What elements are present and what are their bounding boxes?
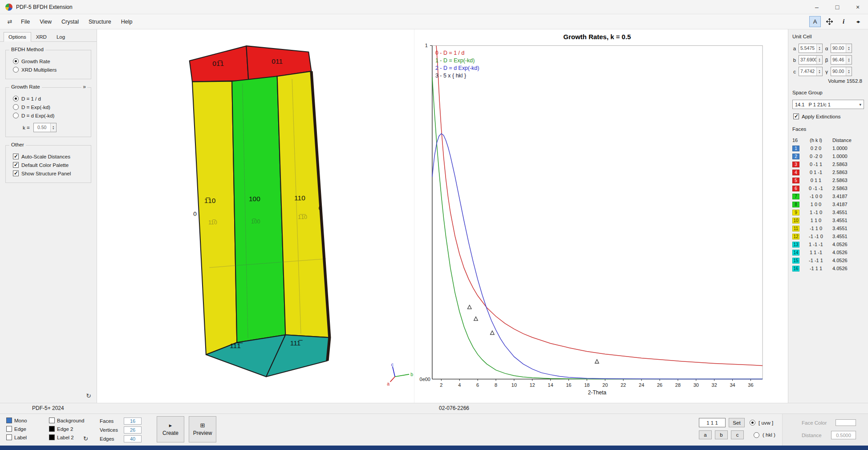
radio-xrd-multipliers[interactable] xyxy=(13,67,19,73)
face-row[interactable]: 60 -1 -12.5863 xyxy=(792,184,864,192)
info-icon[interactable]: i xyxy=(838,16,849,27)
b-input[interactable]: 37.6900 ▴▾ xyxy=(799,55,823,65)
spinner-arrows[interactable]: ▴▾ xyxy=(816,67,822,76)
palette-refresh-icon[interactable]: ↻ xyxy=(83,435,88,442)
spinner-arrows[interactable]: ▴▾ xyxy=(816,56,822,64)
face-row[interactable]: 141 1 -14.0526 xyxy=(792,248,864,256)
tab-log[interactable]: Log xyxy=(52,32,70,42)
spinner-arrows[interactable]: ▴▾ xyxy=(50,123,56,132)
face-row[interactable]: 81 0 03.4187 xyxy=(792,200,864,208)
face-row[interactable]: 11-1 1 03.4551 xyxy=(792,224,864,232)
menu-file[interactable]: File xyxy=(16,16,35,28)
font-tool-icon[interactable]: A xyxy=(809,16,821,27)
a-input[interactable]: 5.5475 ▴▾ xyxy=(799,44,823,53)
hkl-radio[interactable] xyxy=(754,432,759,438)
set-button[interactable]: Set xyxy=(729,418,745,427)
menu-view[interactable]: View xyxy=(35,16,57,28)
k-input[interactable]: 0.50 ▴▾ xyxy=(33,123,57,132)
face-color-badge: 3 xyxy=(792,162,799,167)
color-swatch[interactable] xyxy=(49,434,55,440)
fit-view-icon[interactable] xyxy=(823,16,835,27)
close-button[interactable]: × xyxy=(848,0,868,14)
crystal-face-front[interactable] xyxy=(232,76,285,342)
palette-item-edge[interactable]: Edge xyxy=(6,426,45,432)
structure-panel: Unit Cell a 5.5475 ▴▾ α 90.00 ▴▾ b 37.69… xyxy=(788,29,868,403)
beta-input[interactable]: 96.46 ▴▾ xyxy=(831,55,852,65)
color-swatch[interactable] xyxy=(6,434,12,440)
palette-item-background[interactable]: Background xyxy=(49,418,84,423)
distance-input[interactable]: 0.5000 xyxy=(831,431,856,439)
menu-structure[interactable]: Structure xyxy=(84,16,116,28)
face-row[interactable]: 20 -2 01.0000 xyxy=(792,152,864,160)
radio-row-xrd-multipliers[interactable]: XRD Multipliers xyxy=(13,67,86,73)
radio-row-d-exp[interactable]: D = Exp(-kd) xyxy=(13,104,86,110)
palette-item-label-2[interactable]: Label 2 xyxy=(49,434,84,440)
spinner-arrows[interactable]: ▴▾ xyxy=(846,44,852,53)
face-hkl: 0 -1 1 xyxy=(803,162,829,167)
axis-a-button[interactable]: a xyxy=(699,430,712,439)
apply-extinctions-checkbox[interactable] xyxy=(793,114,799,119)
face-row[interactable]: 40 1 -12.5863 xyxy=(792,168,864,176)
radio-d-inverse[interactable] xyxy=(13,96,19,101)
palette-item-edge-2[interactable]: Edge 2 xyxy=(49,426,84,432)
c-input[interactable]: 7.4742 ▴▾ xyxy=(799,67,823,76)
color-swatch[interactable] xyxy=(6,418,12,423)
menu-crystal[interactable]: Crystal xyxy=(57,16,84,28)
radio-d-dexp[interactable] xyxy=(13,113,19,118)
crystal-face-left[interactable] xyxy=(192,81,237,354)
gamma-input[interactable]: 90.00 ▴▾ xyxy=(831,67,852,76)
face-row[interactable]: 50 1 12.5863 xyxy=(792,176,864,184)
crystal-view[interactable]: 01̅1 011 1̅10 100 110 11̅1̅ 111̅ 0 0 11̅… xyxy=(98,29,414,392)
face-row[interactable]: 7-1 0 03.4187 xyxy=(792,192,864,200)
checkbox-row-auto-scale[interactable]: Auto-Scale Distances xyxy=(13,154,86,159)
refresh-icon[interactable]: ↻ xyxy=(86,392,91,399)
apply-extinctions-row[interactable]: Apply Extinctions xyxy=(793,114,864,119)
tab-options[interactable]: Options xyxy=(4,32,31,42)
alpha-input[interactable]: 90.00 ▴▾ xyxy=(831,44,852,53)
uvw-radio[interactable] xyxy=(750,420,755,426)
spinner-arrows[interactable]: ▴▾ xyxy=(846,56,852,64)
create-button[interactable]: ▸ Create xyxy=(157,416,184,442)
spinner-arrows[interactable]: ▴▾ xyxy=(846,67,852,76)
checkbox-row-default-palette[interactable]: Default Color Palette xyxy=(13,162,86,168)
minimize-button[interactable]: – xyxy=(807,0,827,14)
default-palette-checkbox[interactable] xyxy=(13,162,19,168)
checkbox-row-show-structure[interactable]: Show Structure Panel xyxy=(13,170,86,176)
tab-xrd[interactable]: XRD xyxy=(31,32,52,42)
face-row[interactable]: 15-1 -1 14.0526 xyxy=(792,256,864,264)
x-tick-label: 18 xyxy=(584,382,589,388)
radio-row-d-dexp[interactable]: D = d Exp(-kd) xyxy=(13,113,86,118)
auto-scale-checkbox[interactable] xyxy=(13,154,19,159)
palette-item-label[interactable]: Label xyxy=(6,434,45,440)
axis-c-button[interactable]: c xyxy=(731,430,744,439)
palette-item-mono[interactable]: Mono xyxy=(6,418,45,423)
face-row[interactable]: 101 1 03.4551 xyxy=(792,216,864,224)
axis-b-button[interactable]: b xyxy=(715,430,728,439)
spinner-arrows[interactable]: ▴▾ xyxy=(816,44,822,53)
face-row[interactable]: 12-1 -1 03.4551 xyxy=(792,232,864,240)
toggle-panels-icon[interactable]: ◂▸ xyxy=(852,16,864,27)
radio-row-growth-rate[interactable]: Growth Rate xyxy=(13,58,86,64)
windows-taskbar[interactable] xyxy=(0,446,868,450)
radio-d-exp[interactable] xyxy=(13,104,19,110)
radio-row-d-inverse[interactable]: D = 1 / d xyxy=(13,96,86,101)
menu-help[interactable]: Help xyxy=(116,16,138,28)
color-swatch[interactable] xyxy=(6,426,12,432)
preview-button[interactable]: ⊞ Preview xyxy=(189,416,216,442)
maximize-button[interactable]: □ xyxy=(827,0,848,14)
face-row[interactable]: 91 -1 03.4551 xyxy=(792,208,864,216)
space-group-select[interactable]: 14.1 P 1 21/c 1 ▾ xyxy=(792,100,864,109)
uvw-input[interactable]: 1 1 1 xyxy=(699,418,726,427)
color-swatch[interactable] xyxy=(49,426,55,432)
face-row[interactable]: 16-1 1 14.0526 xyxy=(792,264,864,272)
x-tick-label: 4 xyxy=(458,382,461,388)
expand-chevron-icon[interactable]: » xyxy=(81,84,87,90)
show-structure-checkbox[interactable] xyxy=(13,170,19,176)
face-row[interactable]: 30 -1 12.5863 xyxy=(792,160,864,168)
color-swatch[interactable] xyxy=(49,418,55,423)
radio-growth-rate[interactable] xyxy=(13,58,19,64)
nav-toggle-icon[interactable]: ⇄ xyxy=(4,18,16,25)
face-row[interactable]: 10 2 01.0000 xyxy=(792,144,864,152)
face-row[interactable]: 131 -1 -14.0526 xyxy=(792,240,864,248)
face-color-swatch[interactable] xyxy=(836,419,856,426)
